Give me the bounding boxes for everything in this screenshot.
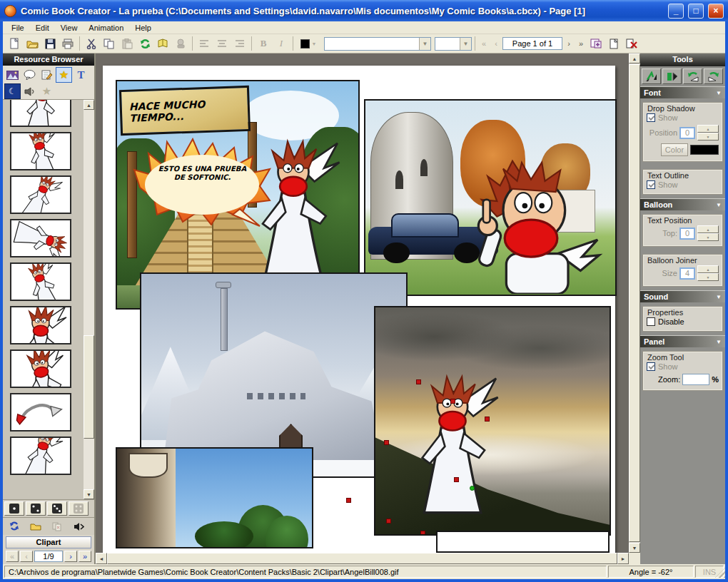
clipart-last-button[interactable]: » bbox=[79, 551, 91, 562]
spin-down-icon[interactable]: ▼ bbox=[697, 273, 719, 281]
maximize-button[interactable]: □ bbox=[688, 4, 704, 19]
zoom-input[interactable] bbox=[682, 374, 709, 385]
selection-handle[interactable] bbox=[485, 417, 490, 422]
clipart-thumbnail-4[interactable] bbox=[10, 219, 71, 257]
menu-help[interactable]: Help bbox=[129, 23, 157, 33]
bold-button[interactable]: B bbox=[255, 36, 272, 51]
next-page-button[interactable]: › bbox=[563, 37, 575, 50]
clipart-thumbnail-7[interactable] bbox=[10, 349, 71, 388]
selection-handle[interactable] bbox=[386, 519, 391, 524]
title-bar[interactable]: Comic Book Creator - La prueba (C:\Docum… bbox=[0, 0, 728, 21]
angel-character-selected[interactable] bbox=[403, 371, 502, 522]
panel-palm-building[interactable] bbox=[116, 447, 313, 548]
top-spinner[interactable]: ▲ ▼ bbox=[697, 225, 719, 241]
add-page-button[interactable] bbox=[587, 36, 605, 51]
position-value[interactable]: 0 bbox=[679, 127, 695, 139]
menu-file[interactable]: File bbox=[6, 23, 30, 33]
clipart-thumbnail-2[interactable] bbox=[10, 132, 71, 170]
spin-down-icon[interactable]: ▼ bbox=[697, 133, 719, 141]
panel-section-header[interactable]: Panel ▼ bbox=[640, 335, 725, 347]
selection-handle[interactable] bbox=[420, 531, 425, 536]
canvas-hscroll-thumb[interactable] bbox=[107, 553, 617, 564]
clipart-thumbnail-8[interactable] bbox=[10, 393, 71, 432]
text-outline-show-checkbox[interactable] bbox=[647, 180, 655, 189]
tab-effects[interactable]: ★ bbox=[39, 83, 55, 99]
rotation-handle[interactable] bbox=[470, 486, 475, 491]
size-spinner[interactable]: ▲ ▼ bbox=[697, 265, 719, 281]
caption-box[interactable]: HACE MUCHO TIEMPO... bbox=[119, 86, 251, 136]
font-size-drop-icon[interactable]: ▼ bbox=[460, 38, 471, 50]
canvas-scroll-right[interactable]: ► bbox=[617, 553, 629, 564]
last-page-button[interactable]: » bbox=[575, 37, 587, 50]
italic-button[interactable]: I bbox=[273, 36, 290, 51]
spin-up-icon[interactable]: ▲ bbox=[697, 265, 719, 273]
scroll-up-button[interactable]: ▲ bbox=[84, 100, 94, 110]
top-value[interactable]: 0 bbox=[679, 228, 695, 240]
minimize-button[interactable]: _ bbox=[668, 4, 684, 19]
flame-balloon[interactable]: ESTO ES UNA PRUEBA DE SOFTONIC. bbox=[133, 138, 272, 227]
clipart-first-button[interactable]: « bbox=[6, 551, 19, 562]
selection-handle[interactable] bbox=[346, 498, 351, 503]
zoom-show-checkbox[interactable] bbox=[647, 362, 655, 371]
clipart-thumbnail-9[interactable] bbox=[10, 436, 71, 475]
new-page-button[interactable] bbox=[605, 36, 622, 51]
tab-balloons[interactable] bbox=[21, 67, 38, 83]
tab-notes[interactable] bbox=[39, 67, 55, 83]
clipart-thumbnail-1[interactable] bbox=[10, 100, 71, 127]
canvas-horizontal-scrollbar[interactable]: ◄ ► bbox=[96, 553, 629, 564]
spin-up-icon[interactable]: ▲ bbox=[697, 225, 719, 233]
menu-animation[interactable]: Animation bbox=[83, 23, 129, 33]
clipart-thumbnail-6[interactable] bbox=[10, 306, 71, 344]
shadow-color-button[interactable]: Color bbox=[661, 143, 688, 156]
spin-up-icon[interactable]: ▲ bbox=[697, 125, 719, 133]
spin-down-icon[interactable]: ▼ bbox=[697, 233, 719, 241]
font-family-select[interactable]: ▼ bbox=[324, 37, 431, 51]
refresh-clipart-button[interactable] bbox=[4, 519, 24, 534]
selection-handle[interactable] bbox=[450, 399, 455, 404]
tab-clipart[interactable]: ★ bbox=[56, 67, 72, 83]
tab-backgrounds[interactable]: ☾ bbox=[4, 83, 21, 99]
book-button[interactable] bbox=[154, 36, 171, 51]
selection-handle[interactable] bbox=[384, 440, 389, 445]
cut-button[interactable] bbox=[83, 36, 100, 51]
selection-handle[interactable] bbox=[454, 477, 459, 482]
first-page-button[interactable]: « bbox=[478, 37, 490, 50]
clipart-thumbnail-5[interactable] bbox=[10, 262, 71, 301]
align-right-button[interactable] bbox=[231, 36, 248, 51]
canvas-vscroll-thumb[interactable] bbox=[629, 64, 640, 542]
drop-shadow-show-checkbox[interactable] bbox=[647, 113, 655, 122]
clipart-next-button[interactable]: › bbox=[64, 551, 77, 562]
size-value[interactable]: 4 bbox=[679, 267, 695, 280]
copy-button[interactable] bbox=[101, 36, 118, 51]
clipart-thumbnail-3[interactable] bbox=[10, 175, 71, 214]
panel-castle[interactable] bbox=[364, 99, 617, 296]
text-color-button[interactable]: ▼ bbox=[296, 36, 320, 51]
clipart-prev-button[interactable]: ‹ bbox=[20, 551, 33, 562]
canvas-scroll-up[interactable]: ▲ bbox=[629, 53, 640, 63]
refresh-button[interactable] bbox=[136, 36, 153, 51]
clipart-scrollbar[interactable]: ▲ ▼ bbox=[84, 100, 94, 499]
selection-handle[interactable] bbox=[416, 379, 421, 384]
font-family-drop-icon[interactable]: ▼ bbox=[419, 38, 430, 50]
canvas-scroll-down[interactable]: ▼ bbox=[629, 543, 640, 553]
copy-clipart-button[interactable] bbox=[47, 519, 67, 534]
menu-view[interactable]: View bbox=[55, 23, 84, 33]
shadow-color-swatch[interactable] bbox=[690, 145, 719, 155]
paste-button[interactable] bbox=[118, 36, 136, 51]
disable-sound-checkbox[interactable] bbox=[647, 317, 655, 326]
panel-empty-small[interactable] bbox=[313, 478, 376, 548]
devil-character[interactable] bbox=[466, 155, 605, 294]
font-section-header[interactable]: Font ▼ bbox=[640, 86, 725, 98]
flip-horizontal-button[interactable] bbox=[642, 68, 661, 84]
align-left-button[interactable] bbox=[196, 36, 213, 51]
scroll-down-button[interactable]: ▼ bbox=[84, 489, 94, 499]
open-button[interactable] bbox=[24, 36, 41, 51]
tab-sounds[interactable] bbox=[21, 83, 38, 99]
dice-button-2[interactable] bbox=[26, 501, 46, 516]
stamp-button[interactable] bbox=[172, 36, 189, 51]
position-spinner[interactable]: ▲ ▼ bbox=[697, 125, 719, 141]
canvas-scroll-left[interactable]: ◄ bbox=[96, 553, 107, 564]
balloon-section-header[interactable]: Balloon ▼ bbox=[640, 198, 725, 210]
delete-page-button[interactable] bbox=[623, 36, 640, 51]
tab-pictures[interactable] bbox=[4, 67, 21, 83]
